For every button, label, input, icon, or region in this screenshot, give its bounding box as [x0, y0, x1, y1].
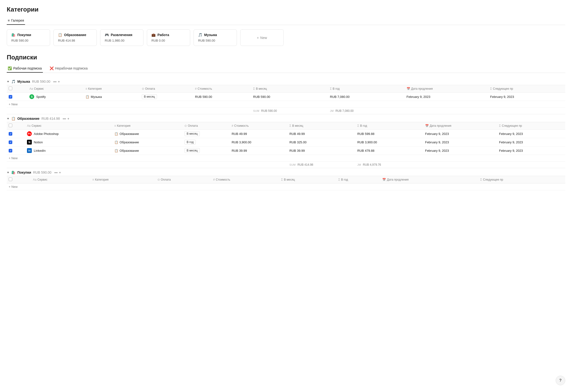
- category-card-education[interactable]: 📋 Образование RUB 414.98: [53, 29, 97, 46]
- col-icon: ⊙: [142, 87, 144, 90]
- select-all-checkbox[interactable]: [9, 124, 12, 127]
- col-label: Дата продления: [411, 87, 433, 90]
- row-checkbox[interactable]: [9, 140, 12, 144]
- payment-cell[interactable]: В месяц: [182, 130, 230, 138]
- payment-cell[interactable]: В год: [182, 138, 230, 147]
- tab-gallery[interactable]: ≡ Галерея: [7, 16, 25, 25]
- col-icon: ≡: [114, 124, 116, 127]
- category-card-work[interactable]: 💼 Работа RUB 0.00: [147, 29, 190, 46]
- category-cell: 📋Образование: [112, 130, 183, 138]
- col-icon: Σ: [253, 87, 255, 90]
- cat-icon: 📋: [85, 95, 89, 99]
- col-icon: ⊙: [158, 178, 160, 181]
- cat-icon: 📋: [114, 149, 118, 152]
- col-header-6: ΣВ год: [336, 176, 380, 183]
- categories-tabs: ≡ Галерея: [7, 16, 565, 25]
- category-card-entertainment[interactable]: 🎮 Развлечения RUB 1,980.00: [100, 29, 143, 46]
- col-header-4: #Стоимость: [193, 85, 251, 92]
- col-icon: Σ: [338, 178, 340, 181]
- row-checkbox[interactable]: [9, 132, 12, 136]
- tab-icon: ✅: [8, 66, 12, 70]
- shopping-icon: 🛍️: [11, 33, 16, 37]
- col-header-3: ⊙Оплата: [140, 85, 193, 92]
- subscriptions-title: Подписки: [7, 54, 565, 61]
- category-card-shopping[interactable]: 🛍️ Покупки RUB 590.00: [7, 29, 50, 46]
- group-more-button[interactable]: •••: [53, 80, 57, 83]
- select-all-checkbox[interactable]: [9, 178, 12, 181]
- col-label: Стоимость: [216, 178, 230, 181]
- per-month-cell: RUB 590.00: [251, 92, 328, 101]
- sum-tail: [423, 162, 565, 168]
- collapse-chevron[interactable]: ▼: [7, 80, 9, 83]
- payment-badge[interactable]: В месяц: [184, 148, 200, 153]
- service-cell: inLinkedIn: [25, 147, 112, 155]
- group-more-button[interactable]: •••: [54, 171, 58, 174]
- sub-tab-inactive[interactable]: ❌ Нерабочая подписка: [49, 64, 89, 73]
- row-checkbox-cell[interactable]: [7, 92, 28, 101]
- collapse-chevron[interactable]: ▼: [7, 117, 9, 120]
- add-subscription-cell[interactable]: + New: [7, 101, 565, 108]
- renewal-cell: February 9, 2023: [405, 92, 489, 101]
- group-add-button[interactable]: +: [67, 117, 69, 121]
- group-add-button[interactable]: +: [58, 80, 60, 83]
- tab-icon: ❌: [49, 66, 54, 70]
- row-checkbox-cell[interactable]: [7, 147, 25, 155]
- collapse-chevron[interactable]: ▼: [7, 171, 9, 174]
- category-cell: 📋Образование: [112, 147, 183, 155]
- plus-icon: +: [9, 185, 11, 189]
- sub-tab-active[interactable]: ✅ Рабочая подписка: [7, 64, 43, 73]
- service-cell: PsAdobe Photoshop: [25, 130, 112, 138]
- payment-badge[interactable]: В месяц: [142, 94, 157, 99]
- col-header-0: [7, 85, 28, 92]
- cost-cell: RUB 590.00: [193, 92, 251, 101]
- row-checkbox[interactable]: [9, 95, 12, 99]
- next-cell: February 9, 2023: [497, 130, 565, 138]
- col-icon: Σ: [490, 87, 492, 90]
- col-header-1: АаСервис: [25, 122, 112, 130]
- select-all-checkbox[interactable]: [9, 87, 12, 90]
- education-icon: 📋: [58, 33, 62, 37]
- group-header-shopping: ▼ 🛍️ Покупки RUB 590.00 ••• +: [7, 168, 565, 176]
- payment-badge[interactable]: В год: [184, 140, 196, 145]
- col-header-2: ≡Категория: [83, 85, 140, 92]
- col-label: В год: [333, 87, 340, 90]
- col-label: Следующее пр: [502, 124, 522, 127]
- col-icon: Аа: [27, 124, 31, 127]
- subscription-table-education: АаСервис≡Категория⊙Оплата#СтоимостьΣВ ме…: [7, 122, 565, 168]
- card-amount: RUB 590.00: [11, 39, 46, 42]
- group-add-button[interactable]: +: [59, 171, 61, 174]
- col-icon: 📅: [407, 87, 410, 90]
- group-shopping: ▼ 🛍️ Покупки RUB 590.00 ••• + АаСервис≡К…: [7, 168, 565, 190]
- row-checkbox-cell[interactable]: [7, 130, 25, 138]
- col-label: Категория: [88, 87, 102, 90]
- category-value: Образование: [120, 140, 139, 144]
- card-amount: RUB 1,980.00: [105, 39, 139, 42]
- add-subscription-row[interactable]: + New: [7, 183, 565, 190]
- group-more-button[interactable]: •••: [63, 117, 66, 121]
- add-subscription-row[interactable]: + New: [7, 101, 565, 108]
- service-name: Notion: [34, 140, 43, 144]
- col-icon: #: [232, 124, 233, 127]
- row-checkbox[interactable]: [9, 149, 12, 152]
- col-icon: Σ: [499, 124, 501, 127]
- row-checkbox-cell[interactable]: [7, 138, 25, 147]
- category-card-music[interactable]: 🎵 Музыка RUB 590.00: [193, 29, 237, 46]
- payment-badge[interactable]: В месяц: [184, 131, 200, 136]
- layers-icon: ≡: [8, 18, 10, 22]
- add-subscription-row[interactable]: + New: [7, 155, 565, 162]
- add-subscription-cell[interactable]: + New: [7, 155, 565, 162]
- payment-cell[interactable]: В месяц: [182, 147, 230, 155]
- group-label: Музыка: [17, 80, 30, 83]
- service-name: Adobe Photoshop: [34, 132, 59, 136]
- per-year-cell: RUB 7,080.00: [328, 92, 404, 101]
- payment-cell[interactable]: В месяц: [140, 92, 193, 101]
- col-label: Дата продления: [430, 124, 451, 127]
- next-cell: February 9, 2023: [497, 147, 565, 155]
- col-label: Сервис: [32, 124, 41, 127]
- renewal-cell: February 9, 2023: [423, 138, 497, 147]
- add-subscription-cell[interactable]: + New: [7, 183, 565, 190]
- tab-label: Рабочая подписка: [13, 66, 42, 70]
- col-label: В год: [341, 178, 348, 181]
- sum-year-cell: JM RUB 4,979.76: [355, 162, 423, 168]
- add-category-button[interactable]: +New: [240, 29, 284, 46]
